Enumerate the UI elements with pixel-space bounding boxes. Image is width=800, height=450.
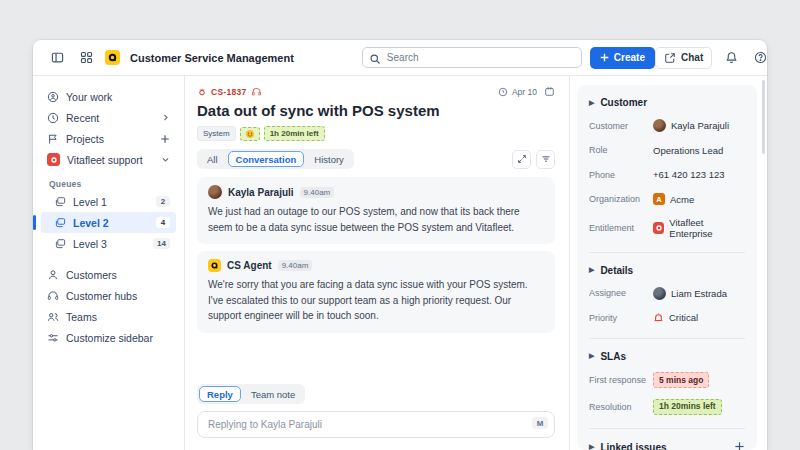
section-triangle-icon: ▶: [589, 443, 594, 450]
sliders-icon: [47, 332, 59, 344]
resolution-sla-badge: 1h 20mins left: [653, 399, 722, 415]
create-button[interactable]: Create: [590, 47, 655, 69]
reply-input-container: M: [197, 411, 555, 438]
queue-label: Level 1: [73, 196, 107, 208]
queue-label: Level 2: [73, 217, 109, 229]
conversation-tab-group: All Conversation History: [197, 149, 354, 169]
app-title: Customer Service Management: [130, 52, 294, 64]
field-customer: Customer Kayla Parajuli: [589, 119, 745, 133]
slas-section-header[interactable]: ▶ SLAs: [589, 351, 745, 362]
message-author: CS Agent: [227, 260, 272, 271]
board-icon[interactable]: [544, 86, 555, 97]
tab-history[interactable]: History: [306, 151, 352, 167]
sidebar-queue-level-2[interactable]: Level 2 4: [41, 212, 176, 233]
tab-reply[interactable]: Reply: [199, 386, 241, 402]
sentiment-tag[interactable]: [240, 127, 260, 141]
field-value[interactable]: A Acme: [653, 193, 694, 205]
field-role: Role Operations Lead: [589, 143, 745, 157]
scrollbar-thumb[interactable]: [762, 80, 765, 154]
field-first-response: First response 5 mins ago: [589, 372, 745, 388]
acme-org-icon: A: [653, 193, 665, 205]
field-value[interactable]: Vitafleet Enterprise: [653, 217, 745, 239]
add-project-icon[interactable]: [160, 134, 170, 144]
priority-value: Critical: [669, 312, 698, 323]
person-icon: [47, 269, 59, 281]
app-switcher-icon[interactable]: [76, 48, 96, 68]
details-section-header[interactable]: ▶ Details: [589, 265, 745, 276]
field-label: Resolution: [589, 402, 653, 412]
queue-count-badge: 4: [156, 217, 170, 228]
sla-countdown-tag[interactable]: 1h 20min left: [264, 126, 325, 141]
sidebar-item-label: Teams: [66, 311, 97, 323]
linked-issues-header[interactable]: ▶ Linked issues: [589, 441, 745, 450]
field-value[interactable]: Critical: [653, 312, 698, 323]
assignee-avatar: [653, 287, 666, 300]
sidebar-item-projects[interactable]: Projects: [41, 128, 176, 149]
tab-all[interactable]: All: [199, 151, 226, 167]
field-label: Role: [589, 145, 653, 155]
sidebar-item-project-vitafleet[interactable]: Vitafleet support: [41, 149, 176, 170]
ticket-title: Data out of sync with POS system: [197, 102, 555, 119]
sidebar-item-label: Recent: [66, 112, 99, 124]
sidebar-item-your-work[interactable]: Your work: [41, 86, 176, 107]
sidebar-item-recent[interactable]: Recent: [41, 107, 176, 128]
field-label: Assignee: [589, 288, 653, 298]
chat-button-label: Chat: [681, 52, 703, 63]
tab-conversation[interactable]: Conversation: [228, 151, 305, 167]
sidebar-item-label: Vitafleet support: [67, 154, 143, 166]
app-window: Customer Service Management Create Chat: [33, 40, 767, 450]
markdown-shortcut-badge[interactable]: M: [532, 417, 548, 429]
sidebar-item-teams[interactable]: Teams: [41, 306, 176, 327]
message-card[interactable]: Kayla Parajuli 9.40am We just had an out…: [197, 177, 555, 244]
org-name: Acme: [670, 194, 694, 205]
section-title: Linked issues: [600, 442, 666, 450]
reply-input[interactable]: [197, 411, 555, 438]
field-value[interactable]: Operations Lead: [653, 145, 723, 156]
section-triangle-icon: ▶: [589, 99, 594, 107]
field-value[interactable]: Liam Estrada: [653, 287, 727, 300]
csm-app-logo-icon: [105, 50, 120, 65]
ticket-id[interactable]: CS-1837: [211, 87, 247, 97]
ticket-date: Apr 10: [512, 87, 537, 97]
field-value[interactable]: +61 420 123 123: [653, 169, 725, 180]
topbar-left: Customer Service Management: [47, 48, 294, 68]
add-linked-issue-icon[interactable]: [734, 441, 745, 450]
search-input[interactable]: [362, 47, 582, 68]
queue-icon: [55, 217, 66, 228]
first-response-sla-badge: 5 mins ago: [653, 372, 709, 388]
field-resolution: Resolution 1h 20mins left: [589, 399, 745, 415]
sidebar-item-customers[interactable]: Customers: [41, 264, 176, 285]
conversation-tools: [512, 150, 555, 169]
help-icon[interactable]: [750, 48, 767, 68]
vitafleet-product-icon: [653, 222, 664, 234]
ticket-type-icon: [197, 87, 207, 97]
ticket-tags: System 1h 20min left: [197, 126, 555, 141]
field-label: Entitlement: [589, 223, 653, 233]
top-bar: Customer Service Management Create Chat: [33, 40, 767, 76]
notifications-bell-icon[interactable]: [721, 48, 741, 68]
chat-button[interactable]: Chat: [655, 47, 712, 69]
section-title: Customer: [600, 97, 647, 108]
headset-icon: [47, 290, 59, 302]
system-tag[interactable]: System: [197, 126, 236, 141]
search-icon: [369, 51, 381, 69]
sidebar-queue-level-3[interactable]: Level 3 14: [41, 233, 176, 254]
filter-icon[interactable]: [536, 150, 555, 169]
customer-name: Kayla Parajuli: [671, 120, 729, 131]
field-priority: Priority Critical: [589, 311, 745, 325]
sidebar-item-label: Projects: [66, 133, 104, 145]
tab-team-note[interactable]: Team note: [243, 386, 303, 402]
field-value[interactable]: Kayla Parajuli: [653, 119, 729, 132]
customer-section-header[interactable]: ▶ Customer: [589, 97, 745, 108]
customer-avatar: [208, 185, 222, 199]
sidebar-item-customer-hubs[interactable]: Customer hubs: [41, 285, 176, 306]
expand-icon[interactable]: [512, 150, 531, 169]
sidebar-toggle-icon[interactable]: [47, 48, 67, 68]
field-organization: Organization A Acme: [589, 192, 745, 206]
sidebar-item-customize[interactable]: Customize sidebar: [41, 327, 176, 348]
sidebar-queue-level-1[interactable]: Level 1 2: [41, 191, 176, 212]
customer-section: ▶ Customer Customer Kayla Parajuli Role …: [589, 85, 745, 253]
message-card[interactable]: CS Agent 9.40am We're sorry that you are…: [197, 251, 555, 333]
sidebar-item-label: Customize sidebar: [66, 332, 153, 344]
headset-icon: [251, 86, 262, 97]
